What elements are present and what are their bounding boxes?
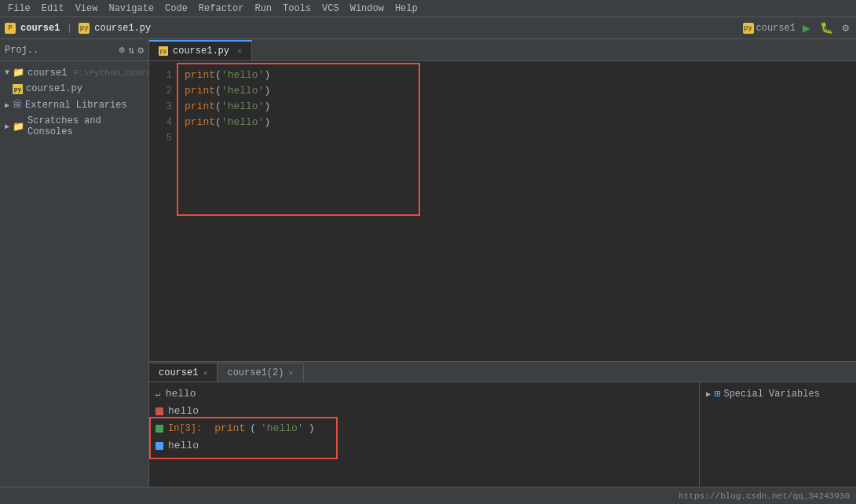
project-icon: P: [5, 23, 16, 34]
status-url: https://blog.csdn.net/qq_34243930: [679, 491, 850, 501]
empty-line-5: [185, 130, 191, 146]
variables-title: Special Variables: [723, 389, 819, 400]
code-line-5: [185, 130, 856, 146]
line-num-5: 5: [149, 130, 172, 146]
menu-view[interactable]: View: [71, 2, 103, 16]
sidebar-tree: ▼ 📁 course1 F:\Python_cours py course1.p…: [0, 61, 148, 487]
menu-help[interactable]: Help: [390, 2, 423, 16]
sidebar: Proj.. ⊕ ⇅ ⚙ ▼ 📁 course1 F:\Python_cours…: [0, 39, 149, 487]
paren-open-3: (: [215, 99, 221, 115]
tree-arrow-course1: ▼: [5, 68, 9, 77]
console-arrow-icon-1: ↵: [155, 385, 161, 403]
code-content[interactable]: print('hello') print('hello') print('hel…: [177, 61, 856, 361]
sidebar-item-course1[interactable]: ▼ 📁 course1 F:\Python_cours: [0, 64, 148, 81]
console-output-2: hello: [168, 403, 199, 420]
menu-edit[interactable]: Edit: [37, 2, 69, 16]
string-hello-2: 'hello': [221, 83, 265, 99]
paren-open-2: (: [215, 83, 221, 99]
statusbar: https://blog.csdn.net/qq_34243930: [0, 487, 856, 504]
bottom-tab-label-1: course1: [159, 367, 198, 378]
bottom-tab-course1-2[interactable]: course1(2) ✕: [218, 363, 303, 382]
tab-bar: py course1.py ✕: [149, 39, 856, 61]
toolbar-right: py course1 ▶ 🐛 ⚙: [743, 19, 852, 38]
tree-arrow-scratches: ▶: [5, 122, 9, 131]
toolbar: P course1 | py course1.py py course1 ▶ 🐛…: [0, 17, 856, 39]
code-line-2: print('hello'): [185, 83, 856, 99]
folder-icon-scratches: 📁: [13, 121, 24, 133]
sidebar-settings-icon[interactable]: ⚙: [137, 44, 144, 57]
bottom-tabs: course1 ✕ course1(2) ✕: [149, 362, 856, 382]
variables-grid-icon: ⊞: [714, 387, 720, 400]
bottom-panel: course1 ✕ course1(2) ✕ ↵ hello: [149, 361, 856, 487]
tab-close-button[interactable]: ✕: [237, 46, 242, 56]
editor-area: py course1.py ✕ 1 2 3 4 5 print('hello'): [149, 39, 856, 487]
console-panel[interactable]: ↵ hello hello In[3]: print('hello'): [149, 382, 699, 487]
console-blue-icon-4: [155, 442, 163, 450]
line-num-3: 3: [149, 99, 172, 115]
variables-expand-arrow[interactable]: ▶: [706, 389, 711, 399]
debug-button[interactable]: 🐛: [818, 20, 836, 36]
run-button[interactable]: ▶: [800, 19, 813, 38]
sidebar-item-course1py[interactable]: py course1.py: [0, 81, 148, 97]
keyword-print-3: print: [185, 99, 215, 115]
sidebar-label-scratches: Scratches and Consoles: [27, 115, 144, 137]
code-editor[interactable]: 1 2 3 4 5 print('hello') print('hello') …: [149, 61, 856, 361]
sidebar-sync-icon[interactable]: ⊕: [119, 44, 126, 57]
run-label: course1: [756, 23, 796, 34]
keyword-print-2: print: [185, 83, 215, 99]
code-line-4: print('hello'): [185, 115, 856, 130]
tab-file-icon: py: [159, 46, 168, 56]
main-layout: Proj.. ⊕ ⇅ ⚙ ▼ 📁 course1 F:\Python_cours…: [0, 39, 856, 487]
console-line-3: In[3]: print('hello'): [155, 420, 693, 437]
bottom-tab-course1[interactable]: course1 ✕: [149, 363, 218, 382]
bottom-tab-label-2: course1(2): [227, 367, 284, 378]
project-name: course1: [20, 23, 60, 34]
proj-label: Proj..: [5, 45, 38, 56]
variables-header: ▶ ⊞ Special Variables: [706, 387, 850, 400]
menu-code[interactable]: Code: [160, 2, 192, 16]
sidebar-item-extlib[interactable]: ▶ 🏛 External Libraries: [0, 97, 148, 113]
paren-close-4: ): [264, 115, 270, 130]
sidebar-collapse-icon[interactable]: ⇅: [128, 44, 134, 57]
menu-window[interactable]: Window: [346, 2, 389, 16]
sidebar-label-extlib: External Libraries: [25, 100, 127, 111]
paren-open-1: (: [215, 68, 221, 83]
sidebar-label-course1py: course1.py: [26, 83, 82, 94]
menu-tools[interactable]: Tools: [278, 2, 316, 16]
sidebar-label-course1: course1: [27, 68, 67, 79]
sidebar-path-course1: F:\Python_cours: [73, 68, 148, 78]
code-line-1: print('hello'): [185, 68, 856, 83]
bottom-tab-close-2[interactable]: ✕: [288, 368, 293, 378]
bottom-tab-close-1[interactable]: ✕: [203, 368, 207, 378]
line-num-4: 4: [149, 115, 172, 130]
console-line-2: hello: [155, 403, 693, 420]
string-hello-4: 'hello': [221, 115, 265, 130]
paren-open-4: (: [215, 115, 221, 130]
menu-refactor[interactable]: Refactor: [194, 2, 249, 16]
console-paren-open: (: [250, 420, 256, 437]
folder-icon-course1: 📁: [13, 67, 24, 79]
menu-vcs[interactable]: VCS: [317, 2, 344, 16]
console-paren-close: ): [309, 420, 315, 437]
keyword-print-1: print: [185, 68, 215, 83]
settings-button[interactable]: ⚙: [840, 20, 851, 36]
menu-file[interactable]: File: [3, 2, 35, 16]
py-file-icon: py: [13, 84, 23, 94]
string-hello-3: 'hello': [221, 99, 265, 115]
console-string: 'hello': [261, 420, 304, 437]
console-print-kw: print: [214, 420, 245, 437]
menu-navigate[interactable]: Navigate: [104, 2, 159, 16]
console-red-icon-2: [155, 407, 163, 415]
paren-close-2: ): [264, 83, 270, 99]
line-num-2: 2: [149, 83, 172, 99]
tab-label: course1.py: [173, 46, 229, 57]
menu-run[interactable]: Run: [250, 2, 276, 16]
console-output-4: hello: [168, 437, 199, 455]
keyword-print-4: print: [185, 115, 215, 130]
code-line-3: print('hello'): [185, 99, 856, 115]
menubar: File Edit View Navigate Code Refactor Ru…: [0, 0, 856, 17]
sidebar-item-scratches[interactable]: ▶ 📁 Scratches and Consoles: [0, 113, 148, 140]
tab-course1py[interactable]: py course1.py ✕: [149, 40, 252, 60]
sidebar-toolbar: Proj.. ⊕ ⇅ ⚙: [0, 39, 148, 61]
console-prompt-3: In[3]:: [168, 420, 202, 437]
